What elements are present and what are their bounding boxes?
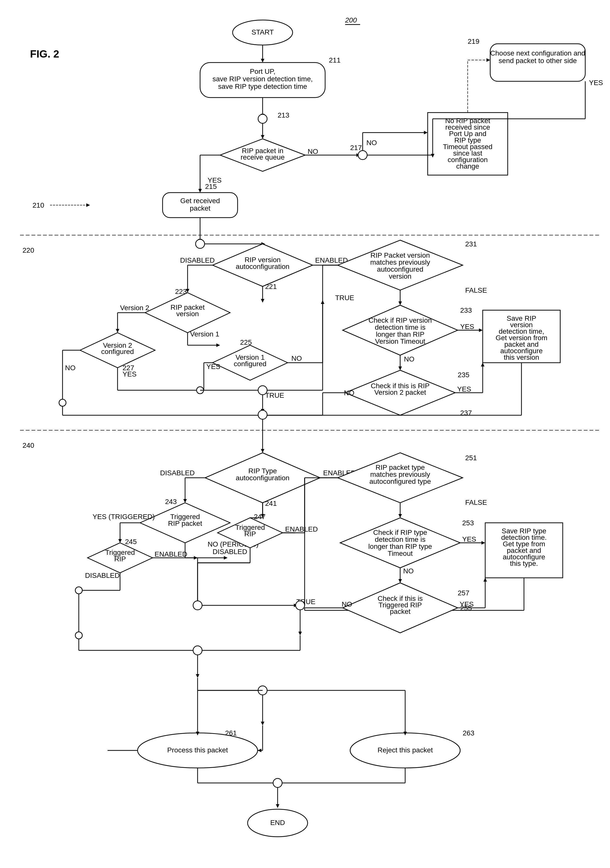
save-rip-version7: this version <box>504 353 539 361</box>
label-241: 241 <box>265 499 277 507</box>
label-231: 231 <box>465 240 477 248</box>
label-235: 235 <box>458 371 469 379</box>
svg-point-127 <box>193 601 202 610</box>
check-triggered3: packet <box>390 608 411 615</box>
svg-point-20 <box>358 150 367 160</box>
check-type-timeout1: Check if RIP type <box>373 529 427 536</box>
rip-type-autoconfig1: RIP Type <box>248 467 277 475</box>
triggered-rip-packet2: RIP packet <box>168 519 202 527</box>
rip-packet-queue2: receive queue <box>241 153 285 161</box>
label-220: 220 <box>23 246 34 254</box>
end-node: END <box>270 819 285 826</box>
label-219: 219 <box>468 37 480 45</box>
label-210: 210 <box>33 202 44 209</box>
check-type-timeout2: detection time is <box>375 536 426 543</box>
yes-label-235: YES <box>457 385 471 393</box>
triggered-rip-245b: RIP <box>114 555 126 563</box>
version2-label: Version 2 <box>120 304 149 312</box>
no-label-257: NO <box>342 600 352 608</box>
enabled-label-245: ENABLED <box>155 550 187 558</box>
choose-config-node2: send packet to other side <box>499 57 577 65</box>
svg-point-73 <box>258 410 267 419</box>
rip-version-matches2: matches previously <box>370 259 430 266</box>
label-237: 237 <box>460 409 472 417</box>
yes-triggered-label: YES (TRIGGERED) <box>93 513 155 521</box>
check-type-timeout4: Timeout <box>388 550 413 557</box>
label-247: 247 <box>254 513 266 521</box>
check-version-timeout1: Check if RIP version <box>368 316 432 324</box>
svg-rect-0 <box>0 0 610 868</box>
label-253: 253 <box>462 519 474 527</box>
yes-label-v1config: YES <box>206 363 220 370</box>
label-251: 251 <box>465 454 477 462</box>
rip-type-matches2: matches previously <box>370 471 430 478</box>
check-v2-packet2: Version 2 packet <box>374 389 426 396</box>
choose-config-node1: Choose next configuration and <box>490 49 585 57</box>
rip-version-matches3: autoconfigured <box>377 265 423 273</box>
check-version-timeout3: longer than RIP <box>376 330 425 338</box>
label-215: 215 <box>205 183 217 191</box>
svg-point-55 <box>59 399 66 406</box>
rip-version-matches1: RIP Packet version <box>370 251 430 259</box>
true-label-231: TRUE <box>335 294 354 302</box>
triggered-rip-247b: RIP <box>245 530 256 538</box>
yes-label-253: YES <box>462 535 476 543</box>
label-225: 225 <box>240 338 252 346</box>
fig-label: FIG. 2 <box>30 48 59 60</box>
version1-configured2: configured <box>234 360 266 368</box>
svg-point-69 <box>258 386 267 395</box>
diagram-number: 200 <box>345 16 357 24</box>
label-233: 233 <box>460 307 472 314</box>
label-263: 263 <box>463 729 474 737</box>
no-label-233: NO <box>404 355 415 363</box>
yes-label-219: YES <box>589 79 603 87</box>
check-type-timeout3: longer than RIP type <box>368 542 432 550</box>
rip-type-autoconfig2: autoconfiguration <box>236 474 290 482</box>
label-240: 240 <box>23 442 34 449</box>
disabled-label-245: DISABLED <box>85 572 120 579</box>
label-211: 211 <box>329 56 341 64</box>
disabled-label-type: DISABLED <box>160 469 195 477</box>
label-223: 223 <box>175 288 187 295</box>
port-up-node: Port UP, <box>250 68 276 75</box>
label-213: 213 <box>278 111 290 119</box>
yes-label-233: YES <box>460 323 474 330</box>
port-up-node3: save RIP type detection time <box>218 82 307 90</box>
rip-version-matches4: version <box>389 273 412 280</box>
false-label-251: FALSE <box>465 499 487 506</box>
no-label-queue: NO <box>308 147 318 155</box>
svg-point-8 <box>258 114 267 123</box>
rip-packet-version2: version <box>176 310 199 318</box>
version2-configured2: configured <box>101 348 134 355</box>
rip-type-matches3: autoconfigured type <box>369 477 431 485</box>
svg-point-132 <box>296 601 305 610</box>
no-label-217: NO <box>366 139 377 147</box>
label-245: 245 <box>125 538 137 546</box>
svg-point-117 <box>75 632 82 639</box>
no-label-v2: NO <box>65 364 76 372</box>
no-label-v1config: NO <box>291 355 302 362</box>
svg-point-37 <box>195 239 204 248</box>
enabled-label-247: ENABLED <box>285 525 318 533</box>
process-packet-node: Process this packet <box>167 746 228 754</box>
get-packet-node2: packet <box>190 205 211 212</box>
check-version-timeout4: Version Timeout <box>375 338 426 345</box>
yes-label-257: YES <box>460 600 474 608</box>
svg-point-184 <box>273 778 282 787</box>
port-up-node2: save RIP version detection time, <box>212 75 313 83</box>
check-version-timeout2: detection time is <box>375 324 426 331</box>
true-label: TRUE <box>265 392 284 399</box>
rip-version-autoconfig2: autoconfiguration <box>236 263 290 270</box>
no-rip-box8: change <box>456 162 479 170</box>
disabled-label-247: DISABLED <box>212 548 247 556</box>
svg-point-115 <box>75 587 82 594</box>
rip-type-matches1: RIP packet type <box>375 463 425 471</box>
version1-label: Version 1 <box>190 330 219 338</box>
label-257: 257 <box>458 589 469 597</box>
label-221: 221 <box>265 283 277 290</box>
save-rip-type6: this type. <box>510 560 538 567</box>
diagram-container: FIG. 2 200 START Port UP, save RIP versi… <box>0 0 610 868</box>
no-label-253: NO <box>403 567 414 575</box>
label-217: 217 <box>350 144 362 152</box>
label-243: 243 <box>165 498 177 505</box>
